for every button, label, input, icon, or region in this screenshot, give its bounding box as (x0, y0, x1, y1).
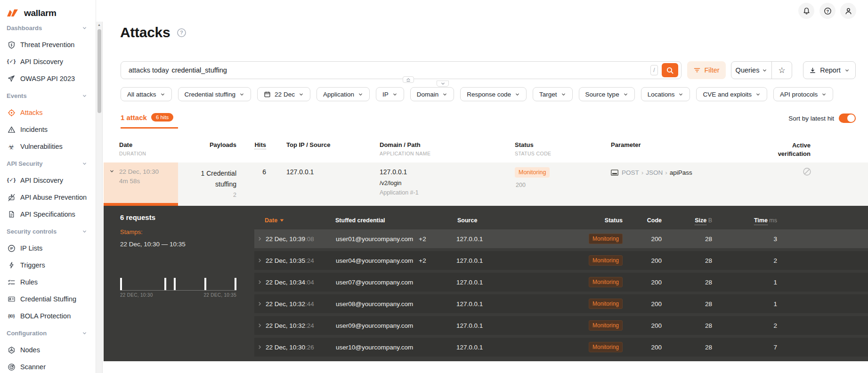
sidebar-item[interactable]: Triggers (0, 257, 96, 274)
sidebar-item[interactable]: Incidents (0, 121, 96, 138)
request-row[interactable]: 22 Dec, 10:39:08 user01@yourcompany.com+… (254, 229, 868, 248)
request-date: 22 Dec, 10:35 (266, 257, 305, 264)
wallarm-logo-icon (6, 8, 20, 19)
chevron-down-icon (623, 92, 628, 97)
sidebar-item[interactable]: Events (0, 87, 96, 104)
sidebar-item[interactable]: {✓} API Discovery (0, 53, 96, 70)
search-input[interactable]: attacks today credential_stuffing / (121, 61, 681, 79)
chevron-right-icon (257, 323, 262, 328)
filter-chip[interactable]: Target (533, 87, 573, 101)
sidebar-item[interactable]: Threat Prevention (0, 36, 96, 53)
request-row[interactable]: 22 Dec, 10:32:44 user08@yourcompany.com … (254, 294, 868, 313)
search-collapse-handle[interactable] (403, 76, 414, 83)
filter-chip[interactable]: API protocols (773, 87, 833, 101)
sidebar-item[interactable]: API Abuse Prevention (0, 189, 96, 206)
request-code: 200 (626, 279, 665, 286)
sidebar-item[interactable]: Scanner (0, 358, 96, 373)
chevron-right-icon (257, 301, 262, 307)
brand-logo[interactable]: wallarm (0, 0, 96, 21)
column-date: DateDURATION (104, 141, 178, 158)
request-row[interactable]: 22 Dec, 10:32:24 user09@yourcompany.com … (254, 316, 868, 335)
column-payloads: Payloads (178, 141, 241, 158)
report-button[interactable]: Report (803, 61, 856, 79)
chevron-down-icon (821, 92, 827, 97)
search-query-prefix: attacks today (129, 66, 169, 74)
sidebar-item[interactable]: Rules (0, 274, 96, 291)
attacks-count-tab[interactable]: 1 attack 6 hits (121, 113, 173, 122)
request-credential: user01@yourcompany.com (336, 235, 413, 243)
sidebar-item[interactable]: Dashboards (0, 19, 96, 36)
attack-top-ip-cell[interactable]: 127.0.0.1 (271, 162, 374, 206)
request-row[interactable]: 22 Dec, 10:34:04 user07@yourcompany.com … (254, 273, 868, 292)
sort-by-latest-hit-toggle[interactable] (839, 114, 856, 123)
filter-chip[interactable]: Response code (460, 87, 527, 101)
sidebar-item[interactable]: Credential Stuffing (0, 291, 96, 308)
sidebar-item-label: Rules (20, 278, 38, 286)
filters-expand-handle[interactable] (437, 81, 449, 87)
stamps-link[interactable]: Stamps: (120, 228, 143, 235)
filter-chip[interactable]: Domain (410, 87, 454, 101)
notifications-bell-icon[interactable] (798, 3, 814, 19)
queries-button[interactable]: Queries (731, 62, 772, 79)
filter-chip[interactable]: 22 Dec (257, 87, 310, 101)
sidebar-item-icon (7, 295, 16, 303)
scrollbar-up-arrow[interactable]: ▲ (97, 23, 101, 26)
sidebar-item-label: Credential Stuffing (20, 295, 76, 303)
stamp-tick (164, 278, 166, 290)
sidebar-item[interactable]: API Specifications (0, 206, 96, 223)
request-row[interactable]: 22 Dec, 10:35:24 user04@yourcompany.com+… (254, 251, 868, 270)
request-seconds: :24 (305, 257, 314, 264)
request-date: 22 Dec, 10:30 (266, 344, 305, 351)
request-row[interactable]: 22 Dec, 10:30:26 user10@yourcompany.com … (254, 338, 868, 357)
filter-chip[interactable]: Source type (579, 87, 635, 101)
favorite-star-button[interactable]: ☆ (772, 62, 792, 79)
chevron-down-icon (762, 68, 767, 73)
column-hits[interactable]: Hits (241, 141, 271, 158)
filter-chip[interactable]: CVE and exploits (696, 87, 767, 101)
search-button[interactable] (662, 63, 678, 77)
requests-column-date[interactable]: Date (254, 217, 332, 224)
sidebar-item[interactable]: Nodes (0, 341, 96, 358)
scrollbar-thumb[interactable] (97, 29, 101, 113)
filter-chip[interactable]: Credential stuffing (178, 87, 251, 101)
requests-column-time[interactable]: Time ms (716, 217, 781, 224)
request-credential: user08@yourcompany.com (336, 300, 413, 308)
status-code: 200 (515, 182, 605, 188)
request-seconds: :44 (305, 300, 314, 308)
filter-button[interactable]: Filter (687, 61, 726, 79)
filter-chip-label: Locations (648, 91, 675, 98)
sidebar-item[interactable]: {✓} API Discovery (0, 172, 96, 189)
verification-disabled-icon[interactable] (803, 167, 811, 176)
page-help-icon[interactable]: ? (177, 28, 187, 38)
help-circle-icon[interactable]: ? (819, 3, 836, 19)
attack-row[interactable]: 22 Dec, 10:30 4m 58s 1 Credential stuffi… (104, 162, 868, 206)
svg-text:IP: IP (10, 247, 13, 250)
column-domain-path: Domain / PathAPPLICATION NAME (374, 141, 509, 158)
request-size: 28 (665, 322, 716, 329)
sidebar-item-icon (7, 41, 16, 49)
sidebar-item[interactable]: API Security (0, 155, 96, 172)
sidebar-item[interactable]: Attacks (0, 104, 96, 121)
queries-group: Queries ☆ (731, 61, 792, 79)
stamps-time-range: 22 Dec, 10:30 — 10:35 (120, 241, 186, 248)
filter-chip[interactable]: Locations (641, 87, 690, 101)
sidebar-item[interactable]: Configuration (0, 324, 96, 341)
sidebar-item[interactable]: IP IP Lists (0, 240, 96, 257)
sidebar-item[interactable]: {ID} BOLA Protection (0, 308, 96, 324)
requests-table-header: Date Stuffed credential Source Status Co… (254, 215, 868, 226)
sidebar-item[interactable]: ☣ Vulnerabilities (0, 138, 96, 155)
sidebar-item-icon (7, 75, 16, 82)
user-account-icon[interactable] (840, 3, 856, 19)
requests-column-size[interactable]: Size B (665, 217, 716, 224)
sidebar-item[interactable]: OWASP API 2023 (0, 70, 96, 87)
filter-chip[interactable]: Application (316, 87, 370, 101)
sidebar-item[interactable]: Security controls (0, 223, 96, 240)
vertical-scrollbar[interactable]: ▲ (96, 22, 103, 373)
sort-desc-icon (280, 219, 284, 222)
attack-date-cell[interactable]: 22 Dec, 10:30 4m 58s (104, 162, 178, 206)
filter-chip[interactable]: IP (376, 87, 404, 101)
sidebar-item-icon (7, 346, 16, 354)
filter-chip[interactable]: All attacks (121, 87, 172, 101)
attack-active-verification-cell (772, 162, 868, 206)
request-seconds: :24 (305, 322, 314, 329)
